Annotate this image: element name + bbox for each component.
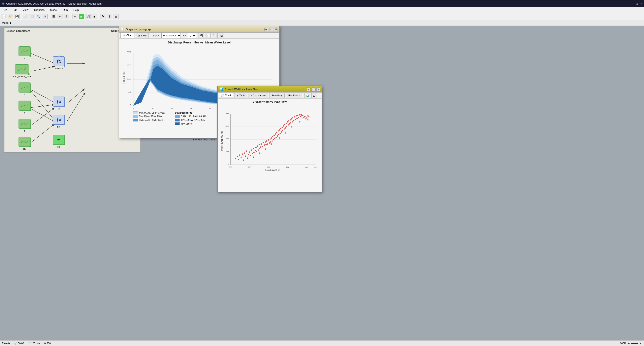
close-btn[interactable]: ✕: [640, 2, 642, 5]
node-hd[interactable]: ✏ Hd: [53, 135, 65, 148]
minimize-btn[interactable]: ─: [632, 2, 634, 5]
pencil-btn[interactable]: ✏: [72, 14, 78, 19]
zoom-slider[interactable]: ━━━━━: [631, 342, 638, 345]
svg-point-82: [258, 144, 260, 145]
scatter-chart-icon: 📊: [219, 87, 224, 91]
svg-point-122: [288, 124, 289, 125]
tab-chart[interactable]: 📈 Chart: [120, 33, 134, 38]
tbl-btn[interactable]: ⊞: [113, 14, 119, 19]
node-tbreach-icon: ƒx: [53, 56, 65, 66]
results-label: Results: [2, 342, 10, 345]
svg-text:0: 0: [228, 163, 228, 165]
maximize-btn[interactable]: □: [636, 2, 638, 5]
node-m-label: m: [24, 57, 25, 59]
scatter-win-close[interactable]: ✕: [316, 87, 320, 91]
stage-tb3[interactable]: 📉: [212, 33, 218, 38]
scatter-tab-chart[interactable]: 📈 Chart: [219, 93, 233, 98]
scatter-sens-label: Sensitivity: [272, 94, 282, 97]
menu-file[interactable]: File: [2, 8, 8, 12]
back-btn[interactable]: ←: [57, 14, 63, 19]
node-tbreach[interactable]: ƒx Tbreach: [53, 56, 65, 70]
tb-btn2[interactable]: ⬜: [29, 14, 35, 19]
svg-point-152: [279, 137, 280, 139]
save-btn[interactable]: 💾: [14, 14, 20, 19]
stage-tb2[interactable]: 📊: [205, 33, 211, 38]
title-bar: 🔷 Quantum #141 [HAYSTACK, Oct 26 2023 07…: [0, 0, 644, 7]
menu-graphics[interactable]: Graphics: [33, 8, 46, 12]
scatter-tab-use-ranks[interactable]: Use Ranks: [286, 93, 302, 98]
open-btn[interactable]: 📂: [8, 14, 13, 19]
scatter-tb2[interactable]: ⊡: [311, 93, 317, 98]
legend-item-5: 15%..25% / 75%..85%: [175, 119, 206, 121]
fx-btn[interactable]: fx: [100, 14, 106, 19]
svg-point-75: [253, 148, 254, 149]
node-r[interactable]: r: [18, 119, 30, 132]
zoom-minus[interactable]: ─: [627, 342, 630, 345]
tb-btn1[interactable]: ⬜: [23, 14, 28, 19]
node-t[interactable]: t: [18, 101, 30, 114]
stage-win-close[interactable]: ✕: [274, 27, 278, 31]
svg-point-64: [242, 153, 243, 155]
zoom-plus[interactable]: +: [639, 342, 642, 345]
stop-btn[interactable]: ⏹: [92, 14, 97, 19]
tab-table[interactable]: ⊞ Table: [136, 33, 149, 38]
node-r-label: r: [24, 130, 25, 132]
svg-point-119: [286, 123, 287, 124]
stage-tb4[interactable]: ⊡: [219, 33, 224, 38]
node-bt[interactable]: ƒx bt: [53, 97, 65, 110]
svg-point-126: [290, 122, 292, 123]
scatter-ranks-label: Use Ranks: [288, 94, 300, 97]
stage-tb1[interactable]: 💾: [198, 33, 204, 38]
help-btn[interactable]: ?: [64, 14, 69, 19]
scatter-tab-table[interactable]: ⊞ Table: [234, 93, 247, 98]
list-btn[interactable]: ☰: [51, 14, 56, 19]
svg-point-155: [299, 121, 300, 122]
settings-btn[interactable]: ⚙: [42, 14, 48, 19]
zoom-btn[interactable]: 🔍: [36, 14, 41, 19]
svg-point-143: [304, 116, 306, 117]
svg-text:1000: 1000: [224, 138, 228, 140]
node-bf-label: bf: [24, 93, 25, 96]
node-sbt[interactable]: Start_Breach_Time: [12, 64, 32, 78]
scatter-win-minimize[interactable]: ─: [307, 87, 310, 91]
node-hbt[interactable]: ƒx hbt: [53, 115, 65, 128]
svg-text:30: 30: [190, 107, 192, 110]
legend-label-6: 45%..55%: [181, 122, 192, 125]
svg-point-121: [287, 121, 288, 122]
menu-edit[interactable]: Edit: [12, 8, 18, 12]
new-btn[interactable]: 📄: [1, 14, 7, 19]
svg-point-129: [292, 117, 294, 118]
sum-btn[interactable]: Σ: [107, 14, 112, 19]
stage-win-minimize[interactable]: ─: [264, 27, 268, 31]
svg-text:Breach Width (ft): Breach Width (ft): [265, 169, 280, 171]
cycle-btn[interactable]: 🔄: [85, 14, 91, 19]
scatter-svg: Peak Flow (1,000 cfs) 0 500 1000 1500 20…: [219, 105, 318, 177]
menu-view[interactable]: View: [22, 8, 30, 12]
svg-text:1000: 1000: [127, 78, 132, 80]
scatter-tab-sensitivity[interactable]: Sensitivity: [269, 93, 284, 98]
node-m[interactable]: m: [18, 46, 30, 59]
stage-win-maximize[interactable]: □: [269, 27, 273, 31]
scatter-tb1[interactable]: 📊: [304, 93, 310, 98]
svg-point-90: [266, 144, 267, 145]
menu-help[interactable]: Help: [72, 8, 80, 12]
svg-text:0: 0: [132, 107, 134, 110]
svg-line-3: [30, 89, 55, 103]
node-bf[interactable]: bf: [18, 82, 30, 96]
node-t-icon: [18, 101, 30, 111]
svg-point-114: [282, 130, 283, 131]
scatter-win-maximize[interactable]: □: [312, 87, 315, 91]
scatter-title: Breach Width vs Peak Flow: [224, 88, 306, 91]
node-h0[interactable]: H0: [18, 137, 30, 150]
menu-run[interactable]: Run: [62, 8, 69, 12]
svg-point-137: [299, 114, 300, 115]
menu-model[interactable]: Model: [49, 8, 58, 12]
run-btn[interactable]: ▶: [79, 14, 84, 19]
display-select[interactable]: Probabilities Values: [162, 33, 181, 38]
for-select[interactable]: Q H: [188, 33, 196, 38]
svg-point-103: [275, 133, 276, 135]
scatter-tab-correlations[interactable]: ≈ Correlations: [248, 93, 268, 98]
svg-line-6: [30, 90, 55, 121]
svg-point-156: [307, 115, 308, 116]
chart-tab-label: Chart: [126, 34, 132, 37]
